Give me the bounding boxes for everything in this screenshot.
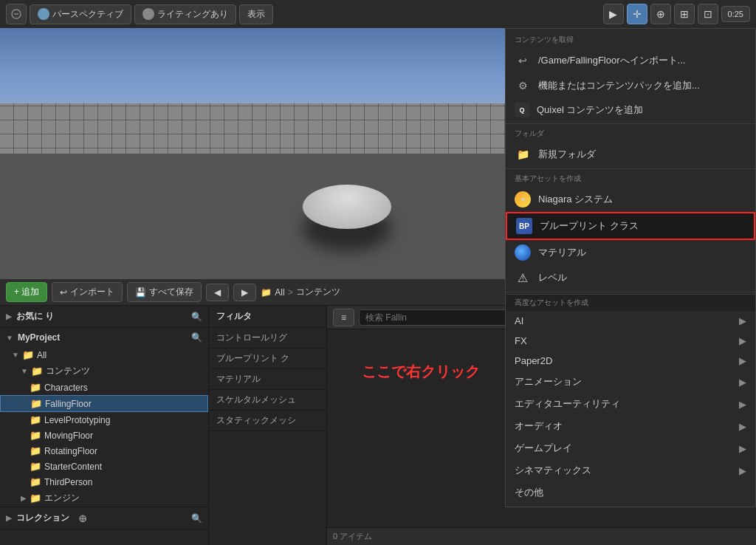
- ctx-ai[interactable]: AI ▶: [506, 311, 755, 331]
- ctx-fx-arrow: ▶: [739, 335, 746, 346]
- ctx-cinematics-arrow: ▶: [739, 465, 746, 476]
- tree-item-all[interactable]: ▼ 📁 All: [0, 347, 208, 363]
- folder-icon: 📁: [30, 445, 41, 456]
- ctx-new-folder[interactable]: 📁 新規フォルダ: [506, 142, 755, 167]
- ctx-paper2d[interactable]: Paper2D ▶: [506, 351, 755, 371]
- tool5-button[interactable]: ⊡: [698, 4, 718, 24]
- menu-button[interactable]: [6, 4, 27, 24]
- select-tool-button[interactable]: ▶: [603, 4, 624, 24]
- ctx-blueprint[interactable]: BP ブループリント クラス: [506, 212, 755, 240]
- top-toolbar: パースペクティブ ライティングあり 表示 ▶ ✛ ⊕ ⊞ ⊡ 0:25: [0, 0, 756, 28]
- save-icon: 💾: [135, 287, 146, 298]
- tree-item-engine[interactable]: ▶ 📁 エンジン: [0, 490, 208, 507]
- nav-forward-button[interactable]: ▶: [233, 284, 256, 301]
- filter-material[interactable]: マテリアル: [209, 369, 326, 390]
- ctx-audio[interactable]: オーディオ ▶: [506, 415, 755, 437]
- favorites-search-icon[interactable]: 🔍: [191, 312, 202, 322]
- folder-icon: 📁: [30, 398, 42, 409]
- ctx-section-get: コンテンツを取得: [506, 32, 755, 48]
- tool4-button[interactable]: ⊞: [674, 4, 695, 24]
- import-icon: ↩: [60, 287, 67, 298]
- collections-section: ▶ コレクション ⊕ 🔍: [0, 507, 208, 529]
- tree-item-thirdperson[interactable]: 📁 ThirdPerson: [0, 474, 208, 490]
- ctx-gameplay[interactable]: ゲームプレイ ▶: [506, 437, 755, 459]
- nav-back-button[interactable]: ◀: [206, 284, 229, 301]
- favorites-section: ▶ お気に り 🔍: [0, 306, 208, 328]
- collections-search-icon[interactable]: 🔍: [191, 513, 202, 524]
- ctx-add-quixel[interactable]: Q Quixel コンテンツを追加: [506, 98, 755, 122]
- folder-icon: 📁: [30, 430, 41, 441]
- collections-add-icon[interactable]: ⊕: [78, 513, 87, 524]
- import-button[interactable]: ↩ インポート: [52, 282, 123, 302]
- arrow-down-icon: ▼: [6, 334, 13, 342]
- divider-1: [506, 123, 755, 124]
- ctx-import-game[interactable]: ↩ /Game/FallingFloorへインポート...: [506, 48, 755, 73]
- folder-icon: 📁: [31, 366, 43, 377]
- filter-control-rig[interactable]: コントロールリグ: [209, 328, 326, 349]
- ctx-section-folder: フォルダ: [506, 126, 755, 142]
- ctx-paper2d-arrow: ▶: [739, 355, 746, 366]
- myproject-search-icon[interactable]: 🔍: [191, 332, 202, 343]
- arrow-icon: ▶: [21, 494, 27, 502]
- lighting-icon: [142, 8, 154, 20]
- tree-item-fallingfloor[interactable]: 📁 FallingFloor: [0, 395, 208, 412]
- add-button[interactable]: + 追加: [6, 282, 47, 302]
- ctx-audio-arrow: ▶: [739, 421, 746, 432]
- tree-item-startercontent[interactable]: 📁 StarterContent: [0, 459, 208, 474]
- ctx-fx[interactable]: FX ▶: [506, 331, 755, 351]
- tree-item-movingfloor[interactable]: 📁 MovingFloor: [0, 428, 208, 443]
- tree-item-levelprototyping[interactable]: 📁 LevelPrototyping: [0, 412, 208, 428]
- filter-toggle-button[interactable]: ≡: [333, 309, 354, 326]
- folder-icon: 📁: [22, 349, 34, 360]
- blueprint-icon: BP: [516, 218, 532, 234]
- save-all-button[interactable]: 💾 すべて保存: [127, 282, 202, 302]
- ctx-add-pack[interactable]: ⚙ 機能またはコンテンツパックを追加...: [506, 73, 755, 98]
- content-browser-sidebar: ▶ お気に り 🔍 ▼ MyProject 🔍 ▼ 📁 All: [0, 306, 209, 545]
- folder-icon: 📁: [30, 382, 41, 393]
- folder-icon: 📁: [30, 476, 41, 487]
- filter-blueprint[interactable]: ブループリント ク: [209, 349, 326, 369]
- display-button[interactable]: 表示: [239, 4, 273, 24]
- perspective-icon: [38, 8, 49, 20]
- filter-static-mesh[interactable]: スタティックメッシ: [209, 411, 326, 431]
- ctx-editor-utility-arrow: ▶: [739, 399, 746, 410]
- toolbar-right: ▶ ✛ ⊕ ⊞ ⊡ 0:25: [603, 4, 750, 24]
- perspective-button[interactable]: パースペクティブ: [30, 4, 131, 24]
- status-bar: 0 アイテム: [327, 527, 756, 545]
- ctx-animation[interactable]: アニメーション ▶: [506, 371, 755, 393]
- time-display: 0:25: [721, 6, 750, 22]
- breadcrumb-separator: >: [288, 287, 293, 298]
- divider-3: [506, 292, 755, 292]
- ctx-gameplay-arrow: ▶: [739, 443, 746, 454]
- tree-item-rotatingfloor[interactable]: 📁 RotatingFloor: [0, 443, 208, 459]
- filter-panel: フィルタ コントロールリグ ブループリント ク マテリアル スケルタルメッシュ …: [209, 306, 327, 545]
- breadcrumb: 📁 All > コンテンツ: [261, 286, 340, 298]
- new-folder-icon: 📁: [515, 146, 531, 162]
- divider-2: [506, 168, 755, 169]
- tree-item-contents[interactable]: ▼ 📁 コンテンツ: [0, 363, 208, 380]
- ctx-cinematics[interactable]: シネマティックス ▶: [506, 459, 755, 481]
- ctx-material[interactable]: マテリアル: [506, 240, 755, 265]
- ctx-editor-utility[interactable]: エディタユーティリティ ▶: [506, 393, 755, 415]
- ctx-section-basic: 基本アセットを作成: [506, 171, 755, 187]
- folder-breadcrumb-icon: 📁: [261, 287, 272, 298]
- tree-item-characters[interactable]: 📁 Characters: [0, 380, 208, 395]
- favorites-header[interactable]: ▶ お気に り 🔍: [0, 306, 208, 327]
- ctx-level[interactable]: ⚠ レベル: [506, 265, 755, 290]
- ctx-other[interactable]: その他: [506, 481, 755, 504]
- quixel-icon: Q: [515, 103, 529, 117]
- myproject-header[interactable]: ▼ MyProject 🔍: [0, 328, 208, 347]
- collections-header[interactable]: ▶ コレクション ⊕ 🔍: [0, 507, 208, 529]
- material-icon: [515, 244, 531, 261]
- move-tool-button[interactable]: ✛: [627, 4, 647, 24]
- arrow-right-icon: ▶: [6, 514, 12, 522]
- context-menu: コンテンツを取得 ↩ /Game/FallingFloorへインポート... ⚙…: [505, 28, 756, 507]
- arrow-icon: ▼: [21, 367, 28, 375]
- lighting-button[interactable]: ライティングあり: [134, 4, 236, 24]
- ctx-niagara[interactable]: ✦ Niagara システム: [506, 187, 755, 212]
- tool3-button[interactable]: ⊕: [650, 4, 671, 24]
- filter-skeletal-mesh[interactable]: スケルタルメッシュ: [209, 390, 326, 411]
- myproject-section: ▼ MyProject 🔍 ▼ 📁 All ▼ 📁 コンテンツ 📁: [0, 328, 208, 507]
- import-icon: ↩: [515, 52, 531, 69]
- cylinder-object: [303, 185, 391, 229]
